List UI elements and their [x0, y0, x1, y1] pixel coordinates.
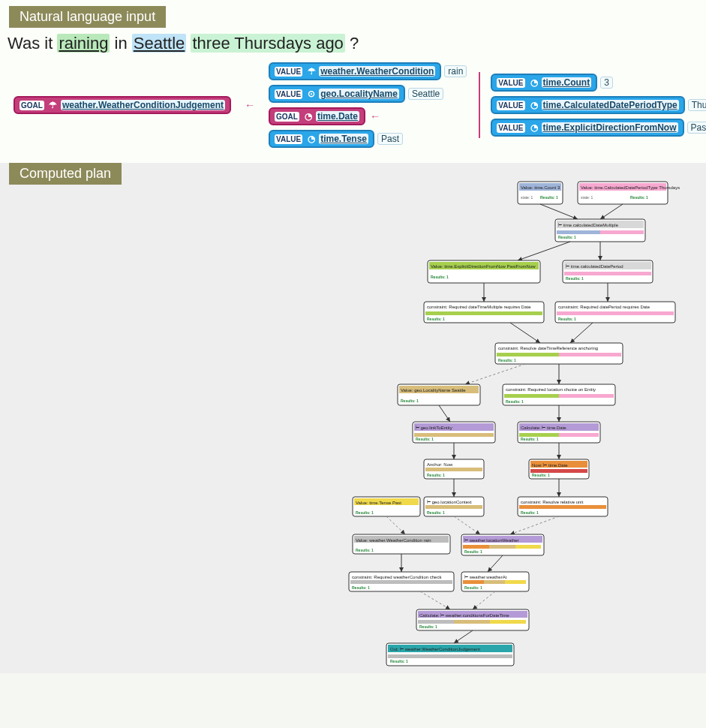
- svg-text:Results: 1: Results: 1: [464, 549, 482, 554]
- vtense-type[interactable]: time.Tense: [319, 134, 368, 144]
- svg-text:constraint: Required location : constraint: Required location choice on …: [506, 387, 596, 392]
- word-seattle: Seattle: [132, 34, 187, 53]
- value-direction[interactable]: VALUE ◔ time.ExplicitDirectionFromNow: [491, 119, 683, 137]
- node-ref[interactable]: constraint: Resolve dateTimeReference an…: [495, 343, 623, 364]
- svg-rect-85: [463, 545, 489, 549]
- svg-text:Calculate: ⊢ weather.condition: Calculate: ⊢ weather.conditionsForDateTi…: [419, 613, 509, 618]
- value-locality[interactable]: VALUE ⊙ geo.LocalityName: [269, 85, 405, 103]
- node-weather[interactable]: ⊢ weather.weatherAt Results: 1: [461, 572, 529, 591]
- svg-rect-104: [490, 620, 526, 624]
- node-orange[interactable]: Now: ⊢ time.Date Results: 1: [529, 459, 589, 479]
- value-count[interactable]: VALUE ◔ time.Count: [491, 74, 597, 92]
- node-count[interactable]: Value: time.Count 3 state: 1 Results: 1: [518, 182, 563, 204]
- svg-text:state: 1: state: 1: [521, 195, 533, 200]
- svg-text:constraint: Required datePerio: constraint: Required datePeriod requires…: [558, 305, 650, 309]
- svg-rect-55: [559, 433, 599, 437]
- clock-icon: ◔: [530, 122, 539, 133]
- svg-rect-103: [454, 620, 490, 624]
- svg-rect-97: [505, 580, 526, 584]
- value-label: VALUE: [497, 78, 524, 88]
- svg-text:Results: 1: Results: 1: [532, 473, 550, 477]
- svg-rect-22: [564, 272, 651, 275]
- goal2-type[interactable]: time.Date: [316, 111, 359, 122]
- svg-text:Now: ⊢ time.Date: Now: ⊢ time.Date: [532, 463, 568, 468]
- node-multi[interactable]: ⊢ time.calculatedDateMultiple Results: 1: [555, 219, 645, 242]
- node-geoctx[interactable]: Anchor: Now Results: 1: [424, 459, 484, 479]
- sent-post: ?: [350, 34, 359, 53]
- svg-rect-12: [557, 230, 600, 234]
- svg-text:Results: 1: Results: 1: [352, 585, 370, 590]
- svg-text:Value: geo.LocalityName Seattl: Value: geo.LocalityName Seattle: [401, 388, 466, 393]
- value-label: VALUE: [275, 134, 302, 144]
- svg-text:constraint: Required dateTimeM: constraint: Required dateTimeMultiple re…: [427, 305, 531, 309]
- svg-text:constraint: Resolve relative u: constraint: Resolve relative unit: [521, 500, 584, 504]
- svg-text:⊢ weather.weatherAt: ⊢ weather.weatherAt: [464, 575, 507, 579]
- node-anchor[interactable]: ⊢ geo.linkToEntity Results: 1: [413, 422, 495, 443]
- svg-text:Results: 1: Results: 1: [464, 585, 482, 590]
- goal-time-date[interactable]: GOAL ◔ time.Date: [269, 107, 365, 125]
- value-weather-condition[interactable]: VALUE ☂ weather.WeatherCondition: [269, 62, 441, 80]
- node-wcond[interactable]: Value: weather.WeatherCondition rain Res…: [353, 534, 450, 554]
- svg-text:Results: 1: Results: 1: [566, 276, 584, 281]
- svg-rect-59: [425, 468, 482, 471]
- svg-text:Results: 1: Results: 1: [427, 473, 445, 477]
- vloc-type[interactable]: geo.LocalityName: [319, 89, 399, 99]
- vperiod-value: Thursdays: [688, 99, 706, 111]
- node-period2[interactable]: ⊢ time.calculatedDatePeriod Results: 1: [563, 260, 653, 283]
- vdir-value: PastFromNow: [687, 122, 706, 134]
- svg-rect-13: [600, 230, 644, 234]
- node-final[interactable]: Out: ⊢ weather.WeatherConditionJudgement…: [386, 643, 514, 666]
- umbrella-icon: ☂: [49, 100, 58, 110]
- vtense-value: Past: [377, 133, 403, 145]
- value-period[interactable]: VALUE ◔ time.CalculatedDatePeriodType: [491, 96, 684, 114]
- sent-pre: Was it: [8, 34, 57, 53]
- svg-text:Calculate: ⊢ time.Date: Calculate: ⊢ time.Date: [521, 426, 566, 430]
- node-gather[interactable]: Calculate: ⊢ weather.conditionsForDateTi…: [416, 609, 529, 630]
- svg-rect-86: [489, 545, 515, 549]
- node-locality[interactable]: Value: geo.LocalityName Seattle Results:…: [398, 384, 480, 405]
- arrow-icon: ←: [370, 110, 380, 122]
- svg-text:Results: 1: Results: 1: [558, 235, 576, 239]
- vdir-type[interactable]: time.ExplicitDirectionFromNow: [542, 122, 678, 133]
- svg-text:Results: 1: Results: 1: [521, 437, 539, 441]
- svg-text:constraint: Required weatherCo: constraint: Required weatherCondition ch…: [352, 575, 442, 579]
- svg-rect-87: [515, 545, 541, 549]
- value-label: VALUE: [497, 101, 524, 110]
- node-calcdate[interactable]: Calculate: ⊢ time.Date Results: 1: [518, 422, 600, 443]
- svg-rect-76: [519, 505, 606, 509]
- goal-weather-judgement[interactable]: GOAL ☂ weather.WeatherConditionJudgement: [14, 96, 231, 114]
- svg-text:state: 1: state: 1: [581, 195, 593, 200]
- svg-rect-30: [557, 311, 674, 315]
- svg-rect-95: [463, 580, 484, 584]
- vcount-value: 3: [600, 77, 613, 89]
- svg-text:constraint: Resolve dateTimeRe: constraint: Resolve dateTimeReference an…: [498, 346, 598, 350]
- svg-text:⊢ geo.linkToEntity: ⊢ geo.linkToEntity: [416, 426, 452, 430]
- clock-icon: ◔: [307, 134, 316, 144]
- node-req2[interactable]: constraint: Required datePeriod requires…: [555, 302, 675, 323]
- node-tense[interactable]: Value: time.Tense Past Results: 1: [353, 497, 420, 516]
- sent-in: in: [115, 34, 132, 53]
- value-tense[interactable]: VALUE ◔ time.Tense: [269, 130, 374, 148]
- goal1-type[interactable]: weather.WeatherConditionJudgement: [61, 100, 225, 110]
- node-reqcond[interactable]: constraint: Required weatherCondition ch…: [349, 572, 454, 591]
- vcond-type[interactable]: weather.WeatherCondition: [319, 66, 435, 77]
- svg-rect-26: [425, 311, 542, 315]
- node-period[interactable]: Value: time.CalculatedDatePeriodType Thu…: [578, 182, 680, 204]
- vperiod-type[interactable]: time.CalculatedDatePeriodType: [542, 100, 679, 110]
- svg-text:⊢ time.calculatedDateMultiple: ⊢ time.calculatedDateMultiple: [558, 223, 619, 227]
- goal-label: GOAL: [275, 112, 299, 122]
- clock-icon: ◔: [530, 77, 539, 88]
- node-join[interactable]: ⊢ weather.locationWeather Results: 1: [461, 534, 544, 555]
- node-direction[interactable]: Value: time.ExplicitDirectionFromNow Pas…: [428, 260, 540, 283]
- svg-text:Results: 1: Results: 1: [427, 510, 445, 515]
- node-resunit[interactable]: constraint: Resolve relative unit Result…: [518, 497, 608, 516]
- node-resolve-loc[interactable]: constraint: Required location choice on …: [503, 384, 615, 405]
- word-three-thursdays-ago: three Thursdays ago: [191, 34, 344, 53]
- vcount-type[interactable]: time.Count: [542, 77, 592, 88]
- svg-text:Value: weather.WeatherConditio: Value: weather.WeatherCondition rain: [356, 538, 431, 543]
- clock-icon: ◔: [530, 100, 539, 110]
- svg-rect-96: [484, 580, 505, 584]
- node-locctx[interactable]: ⊢ geo.locationContext Results: 1: [424, 497, 484, 516]
- node-req1[interactable]: constraint: Required dateTimeMultiple re…: [424, 302, 544, 323]
- svg-text:Value: time.Count 3: Value: time.Count 3: [521, 185, 560, 190]
